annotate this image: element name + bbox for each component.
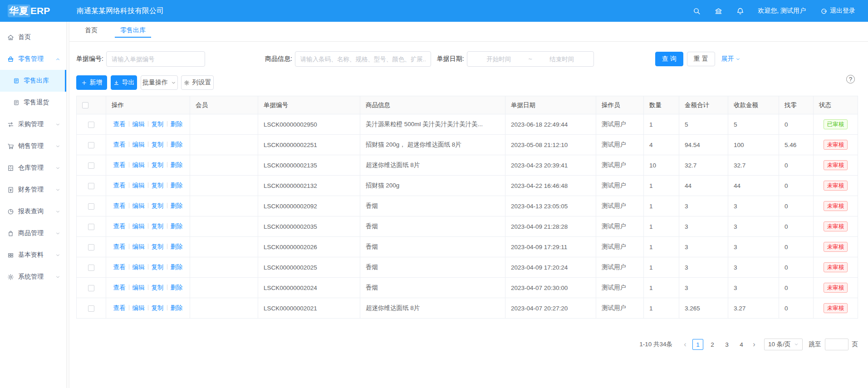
sidebar-item-仓库管理[interactable]: 仓库管理 (0, 157, 66, 179)
copy-link[interactable]: 复制 (152, 162, 164, 168)
search-icon[interactable] (692, 7, 701, 15)
column-settings-button[interactable]: 列设置 (181, 75, 214, 90)
view-link[interactable]: 查看 (113, 141, 126, 148)
page-button-3[interactable]: 3 (721, 339, 732, 350)
copy-link[interactable]: 复制 (152, 243, 164, 250)
sidebar-item-销售管理[interactable]: 销售管理 (0, 135, 66, 157)
tab-home[interactable]: 首页 (79, 24, 103, 38)
edit-link[interactable]: 编辑 (132, 243, 145, 250)
end-date-input[interactable] (535, 56, 589, 63)
view-link[interactable]: 查看 (113, 243, 126, 250)
edit-link[interactable]: 编辑 (132, 121, 145, 128)
table-row: 查看编辑复制删除LSCK00000002251招财猫 200g， 超迷你维达面纸… (77, 135, 858, 155)
copy-link[interactable]: 复制 (152, 121, 164, 128)
product-info-input[interactable] (295, 51, 431, 67)
add-button[interactable]: 新增 (76, 75, 107, 90)
bell-icon[interactable] (736, 7, 744, 15)
delete-link[interactable]: 删除 (171, 141, 183, 148)
view-link[interactable]: 查看 (113, 121, 126, 128)
jump-page-input[interactable] (825, 339, 848, 350)
copy-link[interactable]: 复制 (152, 202, 164, 209)
edit-link[interactable]: 编辑 (132, 141, 145, 148)
copy-link[interactable]: 复制 (152, 141, 164, 148)
reset-button[interactable]: 重置 (687, 52, 715, 66)
page-button-1[interactable]: 1 (692, 339, 703, 350)
prev-page-button[interactable]: ‹ (680, 339, 691, 350)
view-link[interactable]: 查看 (113, 182, 126, 189)
next-page-button[interactable]: › (749, 339, 760, 350)
row-checkbox[interactable] (88, 183, 94, 189)
status-badge: 未审核 (824, 262, 848, 272)
edit-link[interactable]: 编辑 (132, 182, 145, 189)
row-checkbox[interactable] (88, 203, 94, 210)
row-checkbox[interactable] (88, 265, 94, 271)
delete-link[interactable]: 删除 (171, 162, 183, 168)
edit-link[interactable]: 编辑 (132, 223, 145, 230)
page-button-4[interactable]: 4 (736, 339, 747, 350)
delete-link[interactable]: 删除 (171, 305, 183, 311)
sidebar-item-系统管理[interactable]: 系统管理 (0, 266, 66, 288)
page-button-2[interactable]: 2 (707, 339, 718, 350)
view-link[interactable]: 查看 (113, 202, 126, 209)
row-checkbox[interactable] (88, 244, 94, 250)
sidebar-item-商品管理[interactable]: 商品管理 (0, 222, 66, 244)
page-size-select[interactable]: 10 条/页 (764, 339, 803, 350)
sidebar-scroll-gutter[interactable] (66, 22, 69, 388)
bank-icon[interactable] (714, 7, 722, 15)
sidebar-item-零售管理[interactable]: 零售管理 (0, 48, 66, 70)
query-button[interactable]: 查询 (655, 52, 683, 66)
select-all-checkbox[interactable] (82, 102, 88, 108)
purchase-icon (7, 121, 14, 128)
start-date-input[interactable] (472, 56, 526, 63)
sidebar-subitem-零售退货[interactable]: 零售退货 (0, 92, 66, 113)
sidebar-item-首页[interactable]: 首页 (0, 26, 66, 48)
row-checkbox[interactable] (88, 162, 94, 169)
expand-link[interactable]: 展开 (721, 55, 740, 63)
cell-received: 3 (728, 278, 779, 298)
row-checkbox[interactable] (88, 122, 94, 128)
row-checkbox[interactable] (88, 285, 94, 291)
sidebar-subitem-零售出库[interactable]: 零售出库 (0, 70, 66, 92)
delete-link[interactable]: 删除 (171, 223, 183, 230)
delete-link[interactable]: 删除 (171, 121, 183, 128)
delete-link[interactable]: 删除 (171, 202, 183, 209)
edit-link[interactable]: 编辑 (132, 162, 145, 168)
delete-link[interactable]: 删除 (171, 182, 183, 189)
tab-retail-outbound[interactable]: 零售出库 (115, 24, 151, 38)
tab-bar: 首页 零售出库 (69, 22, 868, 42)
chevron-down-icon (55, 253, 60, 258)
cell-status: 未审核 (814, 237, 858, 257)
edit-link[interactable]: 编辑 (132, 305, 145, 311)
view-link[interactable]: 查看 (113, 264, 126, 270)
copy-link[interactable]: 复制 (152, 284, 164, 291)
edit-link[interactable]: 编辑 (132, 264, 145, 270)
sidebar-item-财务管理[interactable]: 财务管理 (0, 179, 66, 201)
help-button[interactable]: ? (846, 75, 855, 83)
copy-link[interactable]: 复制 (152, 182, 164, 189)
export-button[interactable]: 导出 (111, 75, 137, 90)
view-link[interactable]: 查看 (113, 162, 126, 168)
batch-actions-button[interactable]: 批量操作 (141, 75, 178, 90)
cell-change: 0 (779, 237, 814, 257)
delete-link[interactable]: 删除 (171, 264, 183, 270)
sidebar-item-报表查询[interactable]: 报表查询 (0, 201, 66, 222)
column-header-商品信息: 商品信息 (360, 96, 505, 114)
copy-link[interactable]: 复制 (152, 264, 164, 270)
view-link[interactable]: 查看 (113, 305, 126, 311)
delete-link[interactable]: 删除 (171, 243, 183, 250)
row-checkbox[interactable] (88, 305, 94, 312)
sidebar-item-基本资料[interactable]: 基本资料 (0, 244, 66, 266)
logout-button[interactable]: 退出登录 (820, 7, 855, 15)
bill-no-input[interactable] (106, 51, 205, 67)
view-link[interactable]: 查看 (113, 284, 126, 291)
sidebar-item-采购管理[interactable]: 采购管理 (0, 113, 66, 135)
date-range-picker[interactable]: ~ (467, 51, 594, 67)
row-checkbox[interactable] (88, 224, 94, 230)
copy-link[interactable]: 复制 (152, 223, 164, 230)
edit-link[interactable]: 编辑 (132, 202, 145, 209)
row-checkbox[interactable] (88, 142, 94, 148)
copy-link[interactable]: 复制 (152, 305, 164, 311)
view-link[interactable]: 查看 (113, 223, 126, 230)
delete-link[interactable]: 删除 (171, 284, 183, 291)
edit-link[interactable]: 编辑 (132, 284, 145, 291)
